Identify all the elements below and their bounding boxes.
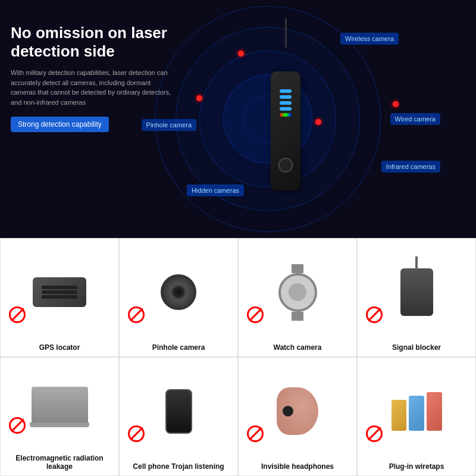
simcard-image — [392, 392, 442, 431]
device — [268, 18, 303, 173]
pinhole-image-area — [123, 245, 234, 340]
item-gps-locator: GPS locator — [0, 238, 119, 357]
detection-badge: Strong detection capability — [11, 117, 109, 132]
phone-image — [165, 389, 192, 434]
wireless-camera-label: Wireless camera — [340, 33, 399, 45]
headphones-image-area — [242, 364, 353, 459]
item-em-radiation: Electromagnetic radiation leakage — [0, 357, 119, 476]
no-sign-watch — [247, 306, 264, 323]
signal-image-area — [361, 245, 472, 340]
no-sign-pinhole — [128, 306, 145, 323]
watch-image-area — [242, 245, 353, 340]
red-dot-2 — [196, 95, 202, 101]
watch-band-bottom — [292, 312, 303, 321]
watch-image — [278, 273, 317, 312]
ear-image — [277, 387, 318, 435]
device-leds — [280, 89, 292, 117]
top-title: No omission on laser detection side — [11, 24, 177, 61]
led-bottom — [280, 113, 292, 117]
no-sign-gps — [9, 306, 26, 323]
bottom-section: GPS locator Pinhole camera Watch camera … — [0, 238, 476, 476]
gps-image-area — [4, 245, 115, 340]
phone-label: Cell phone Trojan listening — [133, 462, 224, 471]
infrared-camera-label: Infrared cameras — [381, 161, 440, 173]
simcard-2 — [409, 396, 424, 431]
hidden-camera-label: Hidden cameras — [187, 184, 244, 196]
gps-label: GPS locator — [39, 343, 80, 352]
em-label: Electromagnetic radiation leakage — [4, 454, 115, 471]
device-antenna — [285, 18, 287, 48]
simcard-image-area — [361, 364, 472, 459]
top-text-area: No omission on laser detection side With… — [11, 24, 177, 132]
no-sign-headphones — [247, 425, 264, 442]
headphones-label: Invisible headphones — [261, 462, 334, 471]
red-dot-4 — [393, 101, 399, 107]
item-watch-camera: Watch camera — [238, 238, 357, 357]
item-pinhole-camera: Pinhole camera — [119, 238, 238, 357]
no-sign-wiretaps — [366, 425, 383, 442]
item-plugin-wiretaps: Plug-in wiretaps — [357, 357, 476, 476]
item-cellphone-trojan: Cell phone Trojan listening — [119, 357, 238, 476]
red-dot-1 — [238, 51, 244, 57]
red-dot-3 — [315, 119, 321, 125]
laptop-base — [30, 422, 89, 427]
radio-image — [400, 268, 433, 316]
earbud — [283, 406, 293, 416]
simcard-1 — [392, 400, 407, 431]
watch-wrap — [278, 264, 317, 321]
phone-image-area — [123, 364, 234, 459]
gps-image — [33, 277, 86, 307]
pinhole-image — [161, 274, 196, 310]
signal-label: Signal blocker — [392, 343, 441, 352]
wired-camera-label: Wired camera — [390, 113, 440, 125]
pinhole-label: Pinhole camera — [152, 343, 205, 352]
led-2 — [280, 95, 292, 99]
led-4 — [280, 107, 292, 111]
device-body — [271, 71, 300, 190]
no-sign-phone — [128, 425, 145, 442]
em-image-area — [4, 364, 115, 450]
no-sign-em — [9, 417, 26, 434]
item-invisible-headphones: Invisible headphones — [238, 357, 357, 476]
laptop-wrap — [30, 387, 89, 427]
wiretaps-label: Plug-in wiretaps — [389, 462, 444, 471]
top-subtitle: With military detection capabilities, la… — [11, 68, 177, 107]
led-3 — [280, 101, 292, 105]
led-1 — [280, 89, 292, 93]
no-sign-signal — [366, 306, 383, 323]
top-section: Wireless camera Pinhole camera Wired cam… — [0, 0, 476, 238]
laptop-image — [32, 387, 88, 422]
device-button[interactable] — [278, 158, 293, 173]
watch-band-top — [292, 264, 303, 273]
item-signal-blocker: Signal blocker — [357, 238, 476, 357]
simcard-3 — [427, 392, 442, 431]
watch-label: Watch camera — [274, 343, 322, 352]
